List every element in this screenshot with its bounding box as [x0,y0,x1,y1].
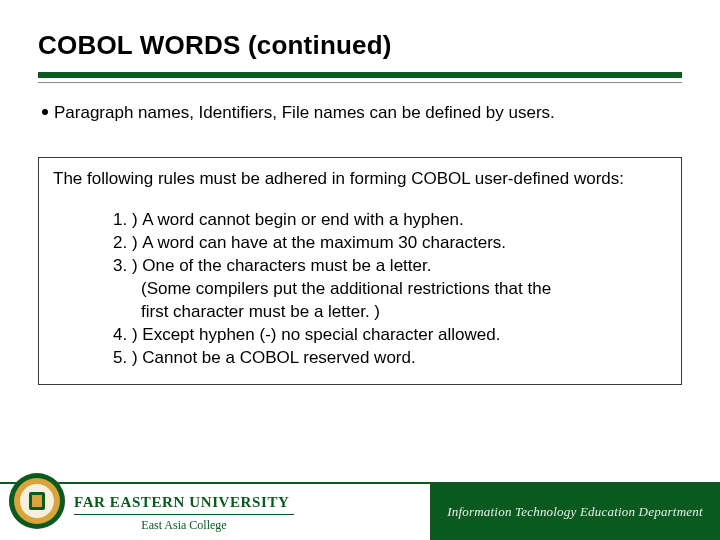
university-name-rule [74,514,294,515]
slide-title: COBOL WORDS (continued) [38,30,392,61]
rule-text: One of the characters must be a letter. [142,255,667,278]
rule-item: 2. ) A word can have at the maximum 30 c… [113,232,667,255]
university-name: FAR EASTERN UNIVERSITY [74,494,294,511]
department-name: Information Technology Education Departm… [447,504,702,520]
rule-number: 2. ) [113,232,142,255]
rule-item: 3. ) One of the characters must be a let… [113,255,667,278]
footer-left: FAR EASTERN UNIVERSITY East Asia College [0,484,430,540]
slide: COBOL WORDS (continued) Paragraph names,… [0,0,720,540]
rule-number: 1. ) [113,209,142,232]
footer: FAR EASTERN UNIVERSITY East Asia College… [0,482,720,540]
rule-number: 5. ) [113,347,142,370]
rule-item: first character must be a letter. ) [113,301,667,324]
footer-right: Information Technology Education Departm… [430,484,720,540]
college-name: East Asia College [74,518,294,533]
rule-text: Cannot be a COBOL reserved word. [142,347,667,370]
rule-text: A word can have at the maximum 30 charac… [142,232,667,255]
rule-text: (Some compilers put the additional restr… [141,278,667,301]
university-block: FAR EASTERN UNIVERSITY East Asia College [74,494,294,533]
title-rule-thin [38,82,682,83]
rule-number: 3. ) [113,255,142,278]
rule-item: (Some compilers put the additional restr… [113,278,667,301]
rules-list: 1. ) A word cannot begin or end with a h… [113,209,667,370]
rule-text: Except hyphen (-) no special character a… [142,324,667,347]
bullet-text: Paragraph names, Identifiers, File names… [54,102,555,125]
title-rule-thick [38,72,682,78]
rules-box: The following rules must be adhered in f… [38,157,682,385]
rule-text: A word cannot begin or end with a hyphen… [142,209,667,232]
rule-text: first character must be a letter. ) [141,301,667,324]
rule-item: 5. ) Cannot be a COBOL reserved word. [113,347,667,370]
rule-item: 4. ) Except hyphen (-) no special charac… [113,324,667,347]
svg-rect-4 [32,495,42,507]
rules-intro: The following rules must be adhered in f… [53,168,667,191]
rule-item: 1. ) A word cannot begin or end with a h… [113,209,667,232]
bullet-dot-icon [42,109,48,115]
university-seal-icon [8,472,66,530]
rule-number: 4. ) [113,324,142,347]
bullet-item: Paragraph names, Identifiers, File names… [42,102,682,125]
